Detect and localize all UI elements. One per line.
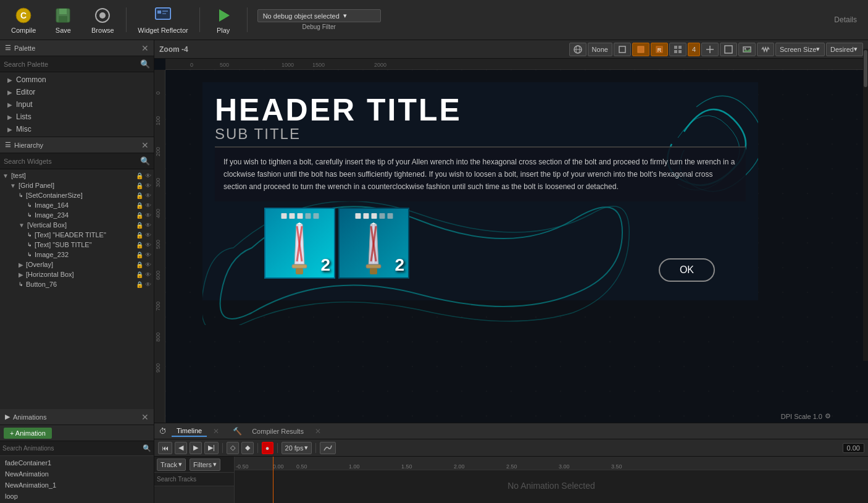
ok-button[interactable]: OK	[659, 258, 715, 282]
filter-label: Filters	[193, 461, 212, 468]
tree-item-button76[interactable]: ↳ Button_76 🔒 👁	[0, 279, 154, 289]
num4-btn[interactable]: 4	[688, 43, 700, 56]
num4-label: 4	[692, 46, 696, 53]
tl-play-btn[interactable]: ▶	[190, 442, 202, 454]
tl-curve-btn[interactable]	[320, 442, 336, 454]
svg-rect-59	[370, 268, 377, 274]
arrow-image164: ↳	[27, 202, 32, 208]
tick-150: 1.50	[401, 463, 412, 470]
tree-item-verticalbox[interactable]: ▼ [Vertical Box] 🔒 👁	[0, 220, 154, 230]
track-add-btn[interactable]: Track ▾	[157, 459, 186, 471]
playhead[interactable]	[273, 457, 273, 503]
animations-close-button[interactable]: ✕	[141, 412, 149, 422]
add-animation-button[interactable]: + Animation	[4, 428, 52, 439]
svg-marker-12	[219, 9, 230, 22]
compiler-icon: 🔨	[233, 427, 242, 436]
svg-marker-57	[370, 222, 377, 224]
timeline-tab-compiler[interactable]: Compiler Results	[247, 426, 309, 436]
tree-item-gridpanel[interactable]: ▼ [Grid Panel] 🔒 👁	[0, 180, 154, 190]
canvas-viewport[interactable]: 0 500 1000 1500 2000 0 100 200 300 400	[154, 59, 868, 423]
no-animation-text: No Animation Selected	[235, 481, 868, 491]
play-button[interactable]: Play	[205, 3, 242, 36]
settings-gear-icon[interactable]: ⚙	[825, 412, 831, 420]
palette-label-editor: Editor	[16, 88, 35, 96]
palette-search-icon[interactable]: 🔍	[140, 59, 150, 69]
anim-item-new1[interactable]: NewAnimation_1	[0, 480, 154, 491]
rect-tool-orange2[interactable]: R	[651, 43, 668, 56]
expand-btn[interactable]	[701, 43, 719, 56]
palette-item-input[interactable]: ▶ Input	[0, 98, 154, 111]
filters-btn[interactable]: Filters ▾	[190, 459, 220, 471]
collapse-btn[interactable]	[720, 43, 737, 56]
desired-select[interactable]: Desired ▾	[826, 43, 863, 56]
details-toggle[interactable]: Details	[834, 15, 857, 24]
image-btn[interactable]	[738, 43, 756, 56]
rect-tool-1[interactable]	[614, 43, 631, 56]
tree-item-text-subtitle[interactable]: ↳ [Text] "SUB TITLE" 🔒 👁	[0, 240, 154, 250]
anim-item-new[interactable]: NewAnimation	[0, 468, 154, 480]
chevron-fps-icon: ▾	[304, 444, 308, 452]
compile-button[interactable]: C Compile	[5, 3, 42, 36]
svg-rect-9	[157, 11, 161, 14]
browse-button[interactable]: Browse	[84, 3, 121, 36]
palette-item-lists[interactable]: ▶ Lists	[0, 111, 154, 123]
tree-item-image234[interactable]: ↳ Image_234 🔒 👁	[0, 210, 154, 220]
animations-search-icon[interactable]: 🔍	[143, 444, 151, 452]
tracks-search-input[interactable]	[157, 476, 235, 483]
tree-item-image232[interactable]: ↳ Image_232 🔒 👁	[0, 250, 154, 260]
screen-size-label: Screen Size	[780, 46, 816, 53]
tl-goto-start-btn[interactable]: ⏮	[158, 442, 172, 454]
main-toolbar: C Compile Save Browse Widget Reflector P…	[0, 0, 868, 40]
expand-arrow-misc: ▶	[7, 126, 12, 133]
sword-icon-1	[275, 221, 324, 277]
tl-fps-select[interactable]: 20 fps ▾	[282, 442, 312, 454]
screen-size-select[interactable]: Screen Size ▾	[775, 43, 825, 56]
none-label: None	[592, 46, 608, 53]
tl-key-btn2[interactable]: ◆	[241, 442, 254, 454]
svg-text:700: 700	[155, 302, 161, 311]
hierarchy-search-input[interactable]	[4, 158, 140, 165]
debug-object-select[interactable]: No debug object selected ▾	[257, 9, 381, 22]
save-button[interactable]: Save	[44, 3, 81, 36]
item-card-1: 2	[264, 208, 335, 279]
hierarchy-search-icon[interactable]: 🔍	[140, 156, 150, 166]
svg-text:0: 0	[190, 62, 193, 68]
anim-item-fade[interactable]: fadeContainer1	[0, 457, 154, 468]
tl-record-btn[interactable]: ●	[262, 442, 273, 454]
palette-close-button[interactable]: ✕	[141, 43, 149, 53]
debug-filter-area: No debug object selected ▾ Debug Filter	[257, 9, 381, 30]
none-btn[interactable]: None	[588, 43, 612, 56]
hierarchy-close-button[interactable]: ✕	[141, 140, 149, 150]
canvas-content[interactable]: HEADER TITLE SUB TITLE If you wish to ti…	[165, 70, 868, 423]
globe-tool-btn[interactable]	[569, 43, 586, 56]
left-panel-scrollbar[interactable]	[863, 49, 868, 361]
tree-item-setcontainer[interactable]: ↳ [SetContainerSize] 🔒 👁	[0, 190, 154, 200]
tree-item-test[interactable]: ▼ [test] 🔒 👁	[0, 171, 154, 180]
tree-label-image164: Image_164	[35, 201, 69, 209]
waveform-btn[interactable]	[757, 43, 774, 56]
tree-item-hbox[interactable]: ▶ [Horizontal Box] 🔒 👁	[0, 269, 154, 279]
tree-item-text-header[interactable]: ↳ [Text] "HEADER TITLE" 🔒 👁	[0, 230, 154, 240]
svg-text:600: 600	[155, 271, 161, 280]
timeline-time-value[interactable]: 0.00	[843, 443, 864, 453]
palette-item-misc[interactable]: ▶ Misc	[0, 123, 154, 135]
tree-item-overlay[interactable]: ▶ [Overlay] 🔒 👁	[0, 260, 154, 269]
rect-tool-orange[interactable]	[632, 43, 649, 56]
debug-filter-value: No debug object selected	[263, 12, 340, 20]
chevron-screen-icon: ▾	[816, 45, 820, 53]
timeline-tab-timeline[interactable]: Timeline	[172, 426, 207, 437]
tl-next-btn[interactable]: ▶|	[204, 442, 219, 454]
palette-search-input[interactable]	[4, 61, 140, 68]
palette-item-common[interactable]: ▶ Common	[0, 74, 154, 86]
tl-prev-btn[interactable]: ◀	[175, 442, 187, 454]
tree-item-image164[interactable]: ↳ Image_164 🔒 👁	[0, 200, 154, 210]
main-layout: ☰ Palette ✕ 🔍 ▶ Common ▶ Editor	[0, 40, 868, 503]
svg-text:2000: 2000	[374, 62, 386, 68]
anim-item-loop[interactable]: loop	[0, 491, 154, 502]
palette-item-editor[interactable]: ▶ Editor	[0, 86, 154, 98]
widget-reflector-button[interactable]: Widget Reflector	[131, 3, 194, 36]
grid-tool-btn[interactable]	[669, 43, 686, 56]
timeline-tracks: Track ▾ Filters ▾ 🔍	[154, 457, 868, 503]
tl-key-btn1[interactable]: ◇	[227, 442, 239, 454]
animations-search-input[interactable]	[2, 445, 143, 452]
